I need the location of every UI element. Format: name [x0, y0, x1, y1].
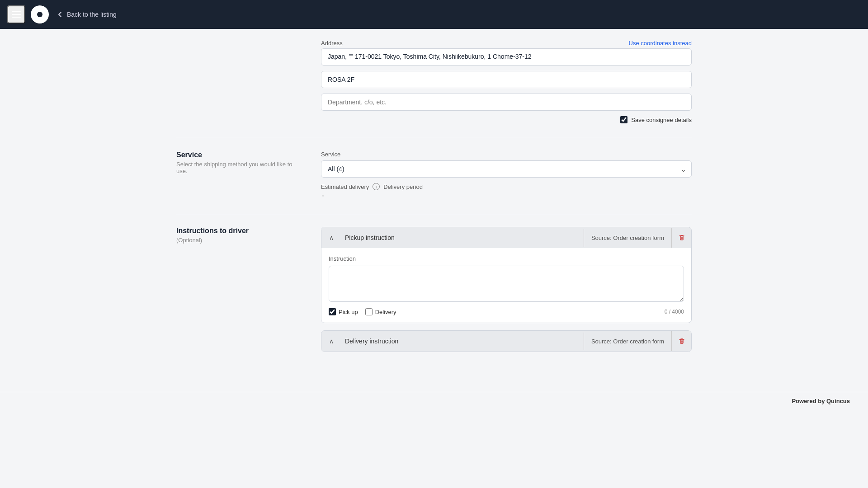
- pickup-instruction-title-input[interactable]: [341, 229, 584, 247]
- footer-bar: Powered by Quincus: [0, 392, 868, 410]
- estimated-delivery-label: Estimated delivery: [321, 183, 369, 190]
- delivery-value: -: [321, 192, 692, 199]
- instructions-fields: Source: Order creation form Instruction: [321, 227, 692, 359]
- pickup-card-header: Source: Order creation form: [321, 227, 691, 248]
- save-consignee-checkbox[interactable]: [620, 116, 627, 123]
- address-line1-input[interactable]: [321, 48, 692, 66]
- address-line2-input[interactable]: [321, 71, 692, 88]
- pickup-checkboxes: Pick up Delivery: [329, 308, 396, 315]
- address-section-label: [176, 40, 303, 123]
- svg-point-1: [37, 12, 42, 17]
- service-section: Service Select the shipping method you w…: [176, 151, 692, 199]
- delivery-period-label: Delivery period: [383, 183, 423, 190]
- delivery-checkbox-item: Delivery: [365, 308, 396, 315]
- brand-name: Quincus: [826, 398, 850, 404]
- back-label: Back to the listing: [67, 11, 117, 18]
- pickup-delete-button[interactable]: [671, 228, 691, 248]
- delivery-card-header: Source: Order creation form: [321, 331, 691, 352]
- delivery-source-label: Source: Order creation form: [584, 333, 671, 350]
- powered-by-text: Powered by: [792, 398, 825, 404]
- pickup-checkbox-item: Pick up: [329, 308, 358, 315]
- delivery-chevron-button[interactable]: [321, 331, 341, 352]
- service-subtitle: Select the shipping method you would lik…: [176, 161, 303, 174]
- delivery-info-row: Estimated delivery i Delivery period: [321, 183, 692, 190]
- pickup-source-label: Source: Order creation form: [584, 229, 671, 247]
- pickup-checkbox-label: Pick up: [339, 309, 358, 315]
- delivery-checkbox[interactable]: [365, 308, 373, 315]
- trash-icon-2: [678, 338, 685, 345]
- hamburger-icon: [12, 11, 21, 18]
- instructions-section: Instructions to driver (Optional) Source…: [176, 227, 692, 359]
- delivery-instruction-title-input[interactable]: [341, 332, 584, 350]
- service-select[interactable]: All (4): [321, 160, 692, 178]
- save-consignee-label: Save consignee details: [631, 117, 692, 123]
- pickup-card-body: Instruction Pick up Delivery: [321, 248, 691, 323]
- delivery-instruction-card: Source: Order creation form: [321, 330, 692, 352]
- chevron-up-icon: [329, 234, 334, 242]
- address-section: Address Use coordinates instead Save con…: [176, 40, 692, 123]
- instruction-label: Instruction: [329, 255, 684, 262]
- pickup-instruction-card: Source: Order creation form Instruction: [321, 227, 692, 323]
- powered-by: Powered by Quincus: [792, 398, 850, 404]
- char-count-label: 0 / 4000: [665, 309, 684, 315]
- topbar: Back to the listing: [0, 0, 868, 29]
- main-content: Address Use coordinates instead Save con…: [0, 29, 868, 488]
- back-button[interactable]: Back to the listing: [56, 10, 117, 19]
- pickup-card-footer: Pick up Delivery 0 / 4000: [329, 308, 684, 315]
- pickup-instruction-textarea[interactable]: [329, 266, 684, 302]
- menu-button[interactable]: [7, 5, 25, 23]
- instructions-subtitle: (Optional): [176, 237, 303, 244]
- address-fields: Address Use coordinates instead Save con…: [321, 40, 692, 123]
- back-arrow-icon: [56, 10, 64, 19]
- chevron-up-icon-2: [329, 337, 334, 345]
- service-label: Service: [321, 151, 692, 158]
- pickup-checkbox[interactable]: [329, 308, 336, 315]
- logo: [31, 5, 49, 23]
- trash-icon: [678, 234, 685, 241]
- delivery-checkbox-label: Delivery: [375, 309, 396, 315]
- address-line3-input[interactable]: [321, 94, 692, 111]
- pickup-chevron-button[interactable]: [321, 227, 341, 248]
- instructions-label-col: Instructions to driver (Optional): [176, 227, 303, 359]
- info-icon: i: [373, 183, 380, 190]
- service-section-label: Service Select the shipping method you w…: [176, 151, 303, 199]
- service-fields: Service All (4) ⌄ Estimated delivery i D…: [321, 151, 692, 199]
- delivery-delete-button[interactable]: [671, 331, 691, 351]
- service-select-wrapper: All (4) ⌄: [321, 160, 692, 178]
- service-title: Service: [176, 151, 303, 159]
- use-coordinates-link[interactable]: Use coordinates instead: [629, 40, 692, 47]
- instructions-title: Instructions to driver: [176, 227, 303, 235]
- address-label: Address: [321, 40, 343, 47]
